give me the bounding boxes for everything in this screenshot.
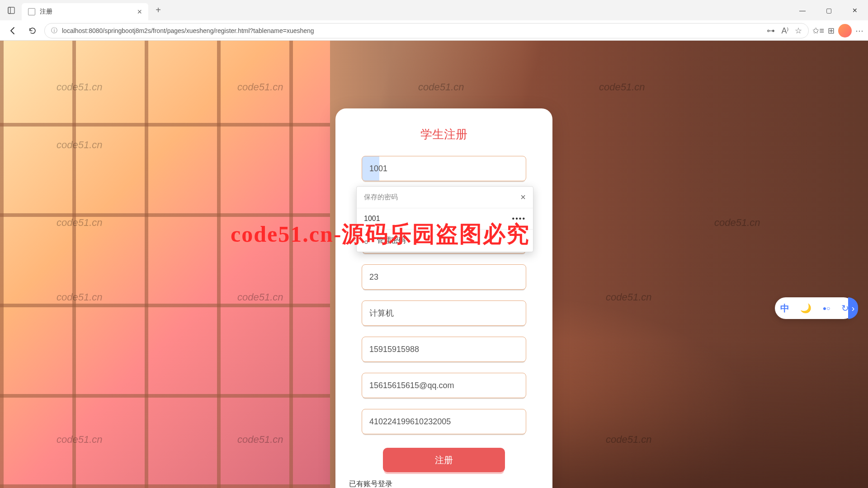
moon-icon[interactable]: 🌙 [800,303,811,314]
address-bar: ⓘ localhost:8080/springbootj8m2s/front/p… [0,20,868,41]
url-box[interactable]: ⓘ localhost:8080/springbootj8m2s/front/p… [44,23,809,38]
age-input[interactable] [362,264,526,290]
back-button[interactable] [5,23,21,39]
more-menu-icon[interactable]: ⋯ [855,26,863,36]
key-icon [364,237,371,244]
collections-icon[interactable]: ⊞ [828,26,835,36]
ime-lang-indicator[interactable]: 中 [780,302,789,314]
major-input[interactable] [362,300,526,326]
favorite-icon[interactable]: ☆ [795,26,802,36]
close-window-button[interactable]: ✕ [842,0,868,20]
student-id-input[interactable] [362,156,526,181]
card-title: 学生注册 [362,127,526,142]
tab-title: 注册 [40,8,132,16]
password-key-icon[interactable]: ⊶ [767,26,775,36]
tab-bar: 注册 × + — ▢ ✕ [0,0,868,20]
window-controls: — ▢ ✕ [789,0,868,20]
site-info-icon[interactable]: ⓘ [51,27,57,35]
url-text: localhost:8080/springbootj8m2s/front/pag… [62,27,762,34]
svg-rect-0 [8,7,14,14]
register-button[interactable]: 注册 [383,448,505,472]
manage-passwords-row[interactable]: 管理密码 [357,229,533,252]
maximize-button[interactable]: ▢ [816,0,842,20]
password-popup-title: 保存的密码 [364,193,398,202]
saved-username: 1001 [364,215,380,223]
email-input[interactable] [362,373,526,398]
close-icon[interactable]: × [520,192,526,202]
new-tab-button[interactable]: + [151,3,165,18]
favorites-bar-icon[interactable]: ✩≡ [812,26,824,36]
idcard-input[interactable] [362,409,526,434]
manage-passwords-label: 管理密码 [377,236,406,245]
register-card: 学生注册 注册 已有账号登录 [335,108,552,488]
tab-actions-icon[interactable] [5,4,18,17]
minimize-button[interactable]: — [789,0,816,20]
profile-avatar[interactable] [838,24,852,38]
svg-rect-1 [8,7,10,14]
page-content: code51.cn code51.cn code51.cn code51.cn … [0,41,868,488]
ime-mode-icon[interactable]: ●○ [823,305,830,312]
saved-password-mask: •••• [512,215,526,223]
page-icon [28,8,35,15]
phone-input[interactable] [362,337,526,362]
password-manager-popup: 保存的密码 × 1001 •••• 管理密码 [356,186,533,252]
login-link[interactable]: 已有账号登录 [349,479,392,488]
tab-close-icon[interactable]: × [137,7,142,17]
saved-password-row[interactable]: 1001 •••• [357,208,533,229]
browser-chrome: 注册 × + — ▢ ✕ ⓘ localhost:8080/springboot… [0,0,868,41]
refresh-button[interactable] [24,23,41,39]
ime-toolbar[interactable]: 中 🌙 ●○ ↻ › [775,297,854,319]
browser-tab[interactable]: 注册 × [22,3,148,20]
read-aloud-icon[interactable]: A⁾ [781,26,788,36]
